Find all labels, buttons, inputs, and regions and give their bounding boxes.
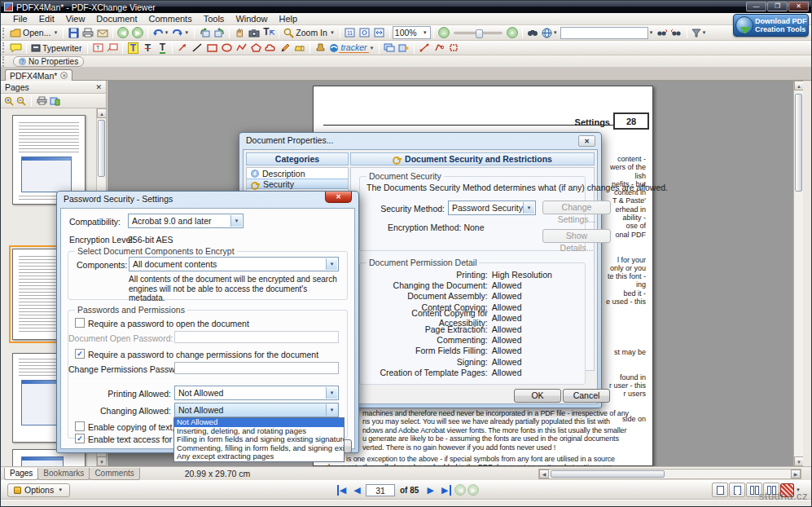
- find-prev-button[interactable]: [669, 26, 684, 40]
- rectangle-tool-button[interactable]: [204, 41, 219, 55]
- scrollbar-thumb[interactable]: [795, 94, 802, 192]
- cloud-tool-button[interactable]: [263, 41, 278, 55]
- close-button[interactable]: ✕: [788, 2, 809, 11]
- require-open-checkbox[interactable]: [75, 318, 85, 328]
- rotate-cw-button[interactable]: [212, 26, 226, 40]
- security-method-combo[interactable]: Password Security▼: [448, 201, 536, 215]
- fit-page-button[interactable]: [358, 26, 372, 40]
- toolbar-grip[interactable]: [2, 42, 7, 53]
- menu-window[interactable]: Window: [230, 13, 273, 25]
- scroll-up-icon[interactable]: ▲: [794, 81, 803, 90]
- maximize-button[interactable]: ❐: [767, 2, 788, 11]
- sticky-note-button[interactable]: [8, 41, 24, 55]
- go-forward-button[interactable]: ▶: [130, 26, 145, 40]
- open-button[interactable]: Open...▼: [8, 26, 60, 40]
- email-button[interactable]: [95, 26, 110, 40]
- scroll-down-icon[interactable]: ▼: [97, 456, 107, 466]
- polygon-tool-button[interactable]: [248, 41, 263, 55]
- cancel-button[interactable]: Cancel: [563, 389, 610, 403]
- scrollbar-thumb[interactable]: [551, 470, 665, 478]
- dropdown-option[interactable]: Inserting, deleting, and rotating pages: [174, 427, 344, 436]
- print-button[interactable]: [81, 26, 95, 40]
- eraser-tool-button[interactable]: [292, 41, 307, 55]
- panel-close-icon[interactable]: ✕: [95, 83, 102, 91]
- dialog-close-button[interactable]: ✕: [578, 135, 595, 147]
- go-back-button[interactable]: ◀: [116, 26, 130, 40]
- distance-tool-button[interactable]: [417, 41, 432, 55]
- panel-tab-bookmarks[interactable]: Bookmarks: [37, 468, 90, 480]
- scroll-right-icon[interactable]: ▶: [791, 470, 801, 478]
- typewriter-button[interactable]: Typewriter: [29, 41, 85, 55]
- zoom-in-button[interactable]: +: [505, 26, 520, 40]
- compatibility-combo[interactable]: Acrobat 9.0 and later▼: [128, 214, 244, 228]
- toolbar-grip[interactable]: [2, 56, 7, 67]
- dropdown-option[interactable]: Filling in form fields and signing exist…: [174, 435, 344, 444]
- change-settings-button[interactable]: Change Settings...: [542, 201, 611, 214]
- redo-button[interactable]: ▼: [171, 26, 191, 40]
- options-button[interactable]: Options▼: [7, 483, 70, 497]
- first-page-button[interactable]: ◀: [335, 483, 349, 497]
- text-box-button[interactable]: T: [90, 41, 105, 55]
- page-number-input[interactable]: 31: [366, 484, 395, 496]
- menu-document[interactable]: Document: [90, 13, 143, 25]
- ok-button[interactable]: OK: [514, 389, 561, 403]
- minimize-button[interactable]: —: [746, 2, 766, 11]
- document-tab[interactable]: PDFX4Man* ✕: [5, 69, 72, 81]
- fit-width-button[interactable]: [372, 26, 387, 40]
- search-button[interactable]: [525, 26, 540, 40]
- dropdown-option-selected[interactable]: Not Allowed: [174, 418, 344, 427]
- filter-button[interactable]: ▼: [690, 26, 709, 40]
- thumb-zoom-in-button[interactable]: [4, 96, 14, 106]
- thumb-options-button[interactable]: [50, 96, 60, 106]
- printing-allowed-combo[interactable]: Not Allowed▼: [174, 386, 339, 400]
- zoom-out-button[interactable]: –: [437, 26, 451, 40]
- scroll-down-icon[interactable]: ▼: [794, 456, 803, 466]
- menu-file[interactable]: File: [7, 13, 33, 25]
- horizontal-scrollbar[interactable]: ◀ ▶: [538, 469, 801, 479]
- scroll-left-icon[interactable]: ◀: [539, 470, 549, 478]
- continuous-layout-button[interactable]: [729, 483, 745, 497]
- save-button[interactable]: [66, 26, 81, 40]
- tracker-link-button[interactable]: tracker▼: [327, 41, 376, 55]
- panel-tab-comments[interactable]: Comments: [89, 468, 139, 480]
- scroll-up-icon[interactable]: ▲: [97, 108, 107, 118]
- menu-comments[interactable]: Comments: [143, 13, 198, 25]
- menu-help[interactable]: Help: [274, 13, 304, 25]
- thumb-zoom-out-button[interactable]: [16, 96, 26, 106]
- underline-text-button[interactable]: T: [155, 41, 169, 55]
- find-next-button[interactable]: [655, 26, 669, 40]
- changing-allowed-combo[interactable]: Not Allowed▼: [174, 403, 339, 417]
- show-comments-button[interactable]: [382, 41, 397, 55]
- callout-button[interactable]: [105, 41, 120, 55]
- zoom-level-combo[interactable]: 100%▼: [393, 26, 431, 39]
- single-page-layout-button[interactable]: [712, 483, 728, 497]
- snapshot-tool-button[interactable]: [247, 26, 261, 40]
- history-back-icon[interactable]: ◀: [454, 484, 466, 496]
- thumb-print-button[interactable]: [37, 96, 47, 105]
- toolbar-grip[interactable]: [2, 28, 7, 38]
- perimeter-tool-button[interactable]: [432, 41, 446, 55]
- dropdown-option[interactable]: Any except extracting pages: [174, 452, 344, 461]
- enable-access-checkbox[interactable]: ✓: [75, 434, 85, 443]
- menu-tools[interactable]: Tools: [198, 13, 230, 25]
- open-password-input[interactable]: [174, 331, 339, 343]
- previous-page-button[interactable]: ◀: [350, 483, 364, 497]
- highlight-text-button[interactable]: T: [125, 41, 140, 55]
- no-properties-button[interactable]: ? No Properties: [13, 56, 84, 67]
- menu-view[interactable]: View: [60, 13, 91, 25]
- zoom-slider[interactable]: [454, 32, 503, 34]
- last-page-button[interactable]: ▶: [439, 483, 453, 497]
- dropdown-option[interactable]: Commenting, filling in form fields, and …: [174, 444, 344, 453]
- web-search-button[interactable]: ▼: [540, 26, 560, 40]
- menu-edit[interactable]: Edit: [33, 13, 60, 25]
- select-tool-button[interactable]: T⇱: [261, 26, 276, 40]
- require-change-checkbox[interactable]: ✓: [75, 349, 85, 359]
- actual-size-button[interactable]: 11: [343, 26, 358, 40]
- show-details-button[interactable]: Show Details...: [542, 229, 611, 243]
- download-pdf-creation-tools-badge[interactable]: Download PDFCreation Tools: [733, 14, 809, 37]
- category-description[interactable]: i Description: [247, 168, 348, 179]
- oval-tool-button[interactable]: [219, 41, 234, 55]
- polyline-tool-button[interactable]: [234, 41, 248, 55]
- hand-tool-button[interactable]: [232, 26, 247, 40]
- search-input[interactable]: [560, 27, 648, 39]
